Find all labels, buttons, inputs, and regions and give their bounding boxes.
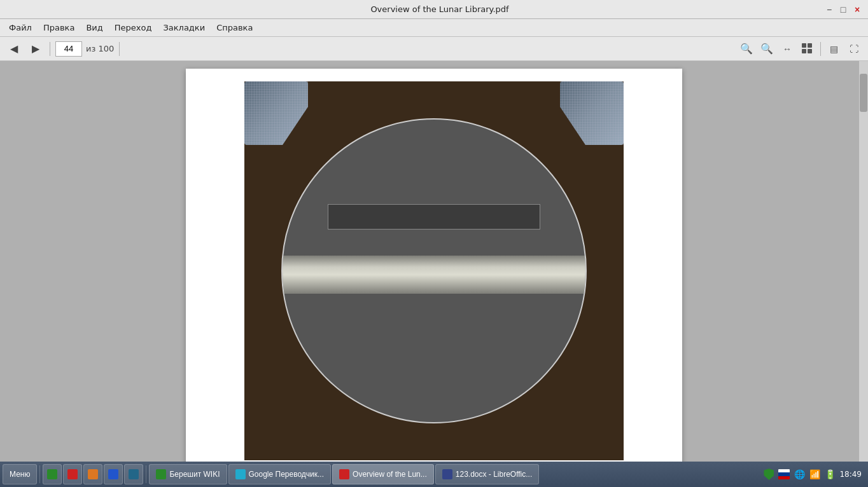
zoom-in-button[interactable]: 🔍: [758, 40, 776, 58]
taskbar-app-wiki[interactable]: Берешит WIKI: [149, 464, 227, 484]
wafer-image: [244, 81, 624, 460]
shortcut-icon-1: [47, 469, 57, 479]
taskbar-clock: 18:49: [839, 470, 862, 479]
maximize-button[interactable]: □: [837, 4, 849, 15]
zoom-out-icon: 🔍: [740, 43, 753, 55]
taskbar-separator-2: [146, 465, 146, 483]
pdf-viewer[interactable]: Overview of the: [0, 61, 868, 462]
language-tray-icon[interactable]: [778, 469, 790, 480]
toolbar-right: 🔍 🔍 ↔ ▤ ⛶: [738, 40, 863, 58]
title-bar: Overview of the Lunar Library.pdf − □ ×: [0, 0, 868, 19]
app-icon-translate: [235, 469, 246, 479]
shield-icon: [764, 469, 774, 480]
separator-2: [119, 42, 120, 56]
taskbar-shortcut-5[interactable]: [124, 464, 143, 484]
taskbar-tray: 🌐 📶 🔋 18:49: [763, 469, 865, 480]
scrollbar-thumb[interactable]: [860, 74, 867, 112]
menu-file[interactable]: Файл: [4, 21, 37, 34]
taskbar-shortcut-2[interactable]: [63, 464, 82, 484]
taskbar-app-translate[interactable]: Google Переводчик...: [228, 464, 332, 484]
battery-tray-icon[interactable]: 🔋: [824, 469, 836, 480]
toolbar: ◀ ▶ из 100 🔍 🔍 ↔ ▤: [0, 37, 868, 61]
start-menu-button[interactable]: Меню: [3, 464, 37, 484]
start-menu-label: Меню: [10, 470, 30, 479]
taskbar-shortcut-1[interactable]: [43, 464, 62, 484]
wafer-rectangle: [328, 204, 540, 230]
app-label-translate: Google Переводчик...: [249, 470, 325, 479]
fullscreen-button[interactable]: ⛶: [845, 40, 863, 58]
forward-button[interactable]: ▶: [27, 40, 45, 58]
grid-icon: [802, 43, 813, 55]
taskbar-app-writer[interactable]: 123.docx - LibreOffic...: [435, 464, 540, 484]
app-icon-writer: [442, 469, 452, 479]
security-tray-icon[interactable]: [763, 469, 774, 480]
shortcut-icon-2: [67, 469, 78, 479]
taskbar: Меню Берешит WIKI Google Переводчик... O…: [0, 462, 868, 487]
taskbar-shortcut-3[interactable]: [83, 464, 102, 484]
wifi-tray-icon[interactable]: 📶: [809, 469, 820, 480]
app-label-wiki: Берешит WIKI: [169, 470, 220, 479]
separator-1: [50, 42, 50, 56]
wafer-circle: [281, 118, 587, 423]
app-icon-wiki: [156, 469, 166, 479]
shortcut-icon-3: [88, 469, 98, 479]
fullscreen-icon: ⛶: [850, 44, 858, 54]
menu-edit[interactable]: Правка: [38, 21, 80, 34]
taskbar-app-pdf[interactable]: Overview of the Lun...: [332, 464, 434, 484]
grid-view-button[interactable]: [799, 40, 816, 58]
fit-width-button[interactable]: ↔: [778, 40, 796, 58]
sidebar-icon: ▤: [830, 44, 838, 54]
separator-3: [820, 42, 821, 56]
taskbar-shortcut-4[interactable]: [104, 464, 123, 484]
network-tray-icon[interactable]: 🌐: [794, 469, 805, 480]
flag-ru-icon: [778, 469, 790, 479]
menu-goto[interactable]: Переход: [109, 21, 157, 34]
page-total: из 100: [86, 44, 114, 53]
zoom-in-icon: 🔍: [760, 43, 773, 55]
menu-bar: Файл Правка Вид Переход Закладки Справка: [0, 19, 868, 37]
fit-width-icon: ↔: [783, 44, 792, 54]
window-title: Overview of the Lunar Library.pdf: [56, 4, 823, 14]
menu-bookmarks[interactable]: Закладки: [158, 21, 210, 34]
wafer-background: [244, 81, 624, 460]
wafer-band: [283, 256, 585, 294]
app-label-pdf: Overview of the Lun...: [353, 470, 427, 479]
scrollbar[interactable]: [859, 61, 868, 462]
back-button[interactable]: ◀: [5, 40, 23, 58]
minimize-button[interactable]: −: [823, 4, 835, 15]
pdf-page: Overview of the: [186, 69, 682, 462]
menu-help[interactable]: Справка: [211, 21, 258, 34]
shortcut-icon-5: [129, 469, 139, 479]
app-icon-pdf: [339, 469, 349, 479]
window-controls: − □ ×: [823, 4, 863, 15]
wafer-inner: [283, 120, 585, 422]
zoom-out-button[interactable]: 🔍: [738, 40, 755, 58]
page-number-input[interactable]: [55, 41, 82, 57]
app-label-writer: 123.docx - LibreOffic...: [456, 470, 533, 479]
shortcut-icon-4: [108, 469, 118, 479]
taskbar-separator-1: [39, 465, 40, 483]
menu-view[interactable]: Вид: [81, 21, 108, 34]
close-button[interactable]: ×: [851, 4, 863, 15]
sidebar-toggle-button[interactable]: ▤: [825, 40, 843, 58]
